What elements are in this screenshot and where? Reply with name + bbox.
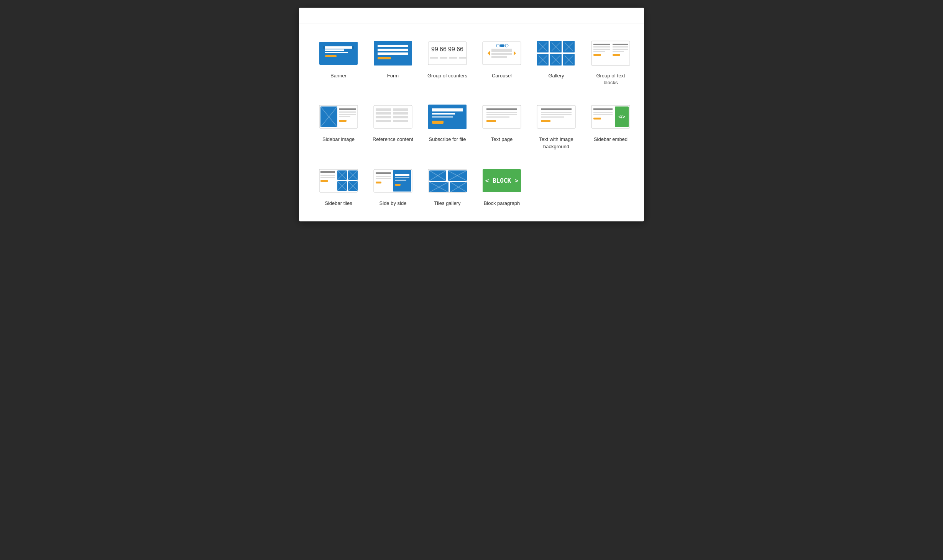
svg-rect-4 [325,52,348,53]
svg-rect-27 [491,53,512,55]
sidebar-image-label: Sidebar image [322,136,355,143]
svg-rect-77 [432,108,463,111]
subscribe-for-file-icon [426,102,468,132]
paragraph-item-form[interactable]: Form [369,35,417,89]
paragraph-item-tiles-gallery[interactable]: Tiles gallery [423,162,472,210]
svg-text:99: 99 [431,46,438,52]
svg-rect-7 [378,45,408,47]
svg-rect-73 [393,116,408,118]
paragraph-item-carousel[interactable]: Carousel [478,35,526,89]
svg-rect-78 [432,113,455,115]
banner-label: Banner [330,72,347,79]
svg-rect-3 [325,49,344,51]
svg-rect-120 [376,178,391,179]
svg-rect-66 [339,120,347,122]
svg-rect-70 [376,112,391,115]
svg-rect-19 [459,57,467,59]
modal-overlay[interactable]: BannerForm99669966Group of countersCarou… [0,0,943,560]
svg-rect-72 [376,116,391,118]
svg-rect-90 [541,114,572,115]
svg-rect-96 [593,114,613,115]
paragraph-item-side-by-side[interactable]: Side by side [369,162,417,210]
svg-rect-56 [613,51,624,52]
sidebar-tiles-icon [317,165,360,196]
modal-body: BannerForm99669966Group of countersCarou… [299,23,644,221]
svg-rect-8 [378,49,408,51]
svg-rect-16 [430,57,438,59]
svg-rect-94 [593,108,613,110]
gallery-icon [535,38,577,69]
paragraph-item-sidebar-tiles[interactable]: Sidebar tiles [314,162,363,210]
svg-rect-51 [593,51,605,52]
paragraph-item-subscribe-for-file[interactable]: Subscribe for file [423,98,472,153]
text-page-label: Text page [491,136,513,143]
svg-text:99: 99 [448,46,455,52]
subscribe-for-file-label: Subscribe for file [429,136,466,143]
paragraph-item-gallery[interactable]: Gallery [532,35,580,89]
text-with-image-background-label: Text with image background [535,136,577,150]
svg-rect-69 [393,108,408,111]
reference-content-icon [372,102,414,132]
svg-rect-74 [376,120,391,122]
text-with-image-background-icon [535,102,577,132]
modal-header [299,8,644,23]
svg-rect-2 [325,46,352,49]
svg-rect-89 [541,112,572,113]
svg-rect-65 [339,116,350,117]
paragraph-item-group-of-text-blocks[interactable]: Group of text blocks [586,35,635,89]
svg-rect-22 [500,44,504,47]
paragraph-item-banner[interactable]: Banner [314,35,363,89]
svg-rect-88 [541,108,572,110]
paragraph-item-block-paragraph[interactable]: < BLOCK >Block paragraph [478,162,526,210]
svg-rect-18 [449,57,457,59]
svg-rect-125 [395,180,406,181]
carousel-icon [481,38,523,69]
svg-rect-10 [378,57,391,59]
paragraph-item-group-of-counters[interactable]: 99669966Group of counters [423,35,472,89]
svg-text:</>: </> [618,114,625,120]
svg-rect-103 [320,177,335,178]
paragraph-item-text-with-image-background[interactable]: Text with image background [532,98,580,153]
svg-rect-83 [486,112,517,113]
svg-rect-124 [395,177,409,178]
svg-rect-71 [393,112,408,115]
svg-rect-121 [376,182,381,183]
sidebar-embed-icon: </> [590,102,632,132]
group-of-counters-label: Group of counters [427,72,467,79]
text-page-icon [481,102,523,132]
svg-text:< BLOCK >: < BLOCK > [485,177,519,184]
svg-rect-82 [486,108,517,110]
svg-rect-28 [491,56,507,58]
paragraph-item-sidebar-image[interactable]: Sidebar image [314,98,363,153]
modal-body-wrapper: BannerForm99669966Group of countersCarou… [299,23,644,221]
svg-rect-5 [325,55,337,57]
svg-rect-17 [440,57,447,59]
sidebar-image-icon [317,102,360,132]
svg-rect-101 [320,171,335,173]
svg-rect-26 [491,49,512,52]
tiles-gallery-icon [426,165,468,196]
svg-rect-68 [376,108,391,111]
close-button[interactable] [630,15,635,16]
paragraph-item-reference-content[interactable]: Reference content [369,98,417,153]
svg-rect-92 [541,120,550,122]
svg-rect-79 [432,116,453,118]
svg-rect-9 [378,52,408,55]
banner-icon [317,38,360,69]
svg-rect-50 [593,49,610,50]
add-paragraph-modal: BannerForm99669966Group of countersCarou… [299,8,644,221]
svg-rect-97 [593,118,601,120]
carousel-label: Carousel [492,72,512,79]
block-paragraph-icon: < BLOCK > [481,165,523,196]
paragraph-item-text-page[interactable]: Text page [478,98,526,153]
svg-rect-54 [613,46,628,47]
svg-rect-118 [376,172,391,174]
reference-content-label: Reference content [373,136,413,143]
svg-rect-102 [320,175,335,176]
group-of-text-blocks-label: Group of text blocks [590,72,632,86]
sidebar-tiles-label: Sidebar tiles [325,200,352,207]
paragraph-item-sidebar-embed[interactable]: </>Sidebar embed [586,98,635,153]
svg-text:66: 66 [440,46,447,52]
gallery-label: Gallery [548,72,564,79]
svg-text:66: 66 [457,46,463,52]
